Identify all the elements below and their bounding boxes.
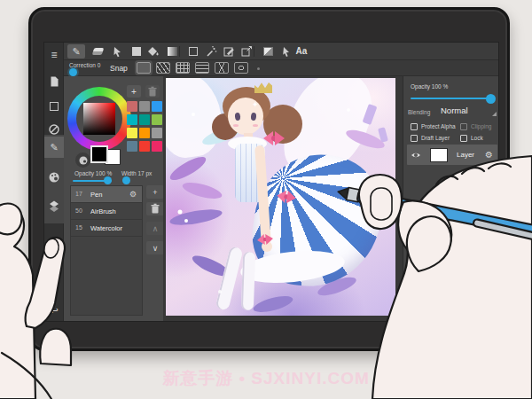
color-wheel[interactable] <box>67 87 131 151</box>
saturation-value-square[interactable] <box>83 103 115 135</box>
brush-opacity-knob[interactable] <box>104 176 112 184</box>
palette-icon <box>48 171 60 184</box>
undo-button[interactable]: ↩ <box>44 300 64 321</box>
brush-width-knob[interactable] <box>122 176 130 184</box>
canvas-artwork[interactable]: ✦ <box>166 78 395 316</box>
move-cursor-icon <box>111 45 123 58</box>
pen-icon: ✎ <box>72 47 80 57</box>
select-tool-button[interactable] <box>184 44 202 59</box>
brush-icon: ✎ <box>50 143 58 153</box>
brush-row-airbrush[interactable]: 50 AirBrush <box>71 203 142 220</box>
snap-grid-button[interactable] <box>176 62 190 74</box>
snap-extra-dot <box>257 67 260 70</box>
bucket-tool-button[interactable] <box>144 44 161 59</box>
layer-opacity-slider[interactable] <box>411 98 492 99</box>
layer-settings-gear-icon[interactable]: ⚙ <box>485 150 493 160</box>
pen-tool-button[interactable]: ✎ <box>67 44 85 59</box>
left-top-fingertip <box>0 204 22 235</box>
trash-icon <box>150 203 160 215</box>
canvas-workspace[interactable]: ✦ <box>163 76 403 322</box>
layer-name: Layer <box>457 151 485 159</box>
fill-square-tool-button[interactable] <box>128 44 145 59</box>
left-sidebar: ≡ ✎ ↪ ↩ <box>44 43 64 322</box>
snap-vanishing-button[interactable] <box>215 62 229 74</box>
duplicate-layer-button[interactable] <box>448 301 464 314</box>
eraser-tool-button[interactable] <box>89 44 106 59</box>
blending-dropdown[interactable]: Normal <box>441 106 468 115</box>
gradient-tool-button[interactable] <box>163 44 181 59</box>
add-layer-button[interactable]: + <box>409 301 425 314</box>
color-swatch[interactable] <box>127 101 137 112</box>
tone-tool-button[interactable] <box>259 44 277 59</box>
brush-settings-gear-icon[interactable]: ⚙ <box>129 190 137 199</box>
correction-label: Correction 0 <box>69 62 100 68</box>
color-swatch[interactable] <box>139 141 150 152</box>
snap-radial-button[interactable] <box>234 62 248 74</box>
color-panel-toggle[interactable] <box>44 167 64 188</box>
edit-selection-button[interactable] <box>220 44 238 59</box>
protect-alpha-checkbox[interactable] <box>411 123 418 130</box>
layer-opacity-knob[interactable] <box>486 94 496 104</box>
art-sparkle-dots <box>166 78 168 80</box>
plus-icon: + <box>131 87 137 97</box>
art-leg <box>241 252 255 310</box>
text-tool-button[interactable]: Aa <box>293 44 310 59</box>
layer-row[interactable]: Layer ⚙ <box>407 145 497 165</box>
new-canvas-button[interactable] <box>44 71 64 92</box>
snap-parallel-button[interactable] <box>156 62 170 74</box>
art-blush <box>233 124 239 127</box>
delete-brush-button[interactable] <box>146 202 164 215</box>
delete-layer-button[interactable] <box>428 301 444 314</box>
brush-move-up-button[interactable]: ∧ <box>146 222 164 235</box>
snap-horizontal-button[interactable] <box>195 62 209 74</box>
clipping-checkbox[interactable] <box>460 123 467 130</box>
blending-label: Blending <box>408 109 430 115</box>
color-swatch[interactable] <box>152 114 162 125</box>
select-button[interactable] <box>44 96 64 117</box>
color-wheel-inner <box>76 96 122 142</box>
color-swatch[interactable] <box>127 114 137 125</box>
color-swatch[interactable] <box>152 141 162 152</box>
layers-panel-toggle[interactable] <box>44 195 64 216</box>
draft-layer-label: Draft Layer <box>421 135 450 141</box>
main-toolbar: ✎ <box>44 43 499 60</box>
brush-move-down-button[interactable]: ∨ <box>146 241 164 254</box>
color-swatch[interactable] <box>152 128 162 138</box>
add-brush-button[interactable]: + <box>146 185 164 199</box>
foreground-color-chip[interactable] <box>90 145 108 163</box>
color-swatch[interactable] <box>127 128 137 138</box>
color-swatch[interactable] <box>139 114 150 125</box>
snap-off-button[interactable] <box>137 62 151 74</box>
undo-icon: ↩ <box>50 306 58 316</box>
export-selection-button[interactable] <box>238 44 255 59</box>
menu-button[interactable]: ≡ <box>44 44 64 66</box>
lock-checkbox[interactable] <box>460 135 467 142</box>
draft-layer-checkbox[interactable] <box>411 135 418 142</box>
move-tool-button[interactable] <box>108 44 126 59</box>
add-swatch-button[interactable]: + <box>127 85 141 98</box>
brush-name: AirBrush <box>90 207 116 215</box>
layer-visibility-eye-icon[interactable] <box>411 151 421 160</box>
brush-panel-toggle[interactable]: ✎ <box>44 137 64 158</box>
color-swatch[interactable] <box>139 128 150 138</box>
color-swatch[interactable] <box>127 141 137 152</box>
correction-slider-knob[interactable] <box>69 68 77 76</box>
brush-size: 17 <box>75 191 82 197</box>
delete-swatch-button[interactable] <box>145 85 160 98</box>
brush-row-watercolor[interactable]: 15 Watercolor <box>71 220 142 237</box>
text-tool-label: Aa <box>296 47 308 56</box>
cursor-tool-button[interactable] <box>277 44 294 59</box>
palette-picker-button[interactable] <box>75 153 90 168</box>
trash-icon <box>431 301 442 313</box>
brush-row-pen[interactable]: 17 Pen ⚙ <box>71 186 142 203</box>
paint-bucket-icon <box>146 45 159 58</box>
color-swatch[interactable] <box>139 101 150 112</box>
cursor-arrow-icon <box>279 45 292 58</box>
toolbar-divider <box>179 46 180 57</box>
redo-button[interactable]: ↪ <box>44 271 64 293</box>
magic-wand-tool-button[interactable] <box>202 44 220 59</box>
app-screen: ✎ <box>43 42 499 322</box>
layer-panel-bottom-bar: + <box>403 296 499 317</box>
color-swatch[interactable] <box>152 101 162 112</box>
plus-icon: + <box>414 303 419 312</box>
